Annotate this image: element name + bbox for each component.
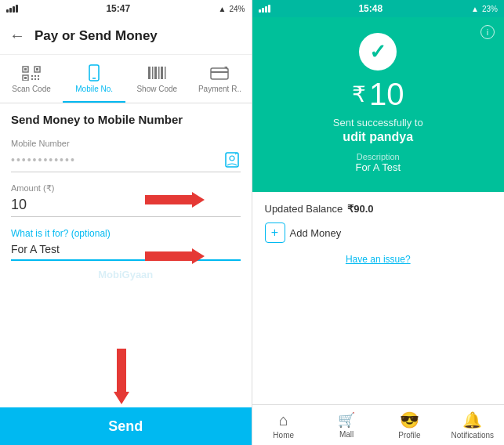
arrow-send — [114, 349, 129, 404]
wifi-icon: ▲ — [219, 5, 227, 13]
mobile-input[interactable] — [11, 154, 223, 166]
scan-icon — [21, 65, 42, 81]
tab-show[interactable]: Show Code — [125, 55, 188, 103]
svg-rect-1 — [24, 68, 27, 71]
tabs-row: Scan Code Mobile No. — [0, 55, 252, 103]
home-nav-label: Home — [273, 431, 294, 440]
home-nav-icon: ⌂ — [279, 411, 288, 429]
svg-rect-17 — [158, 67, 160, 79]
profile-nav-label: Profile — [398, 431, 420, 440]
battery-right: 23% — [482, 5, 498, 13]
time-right: 15:48 — [358, 3, 383, 14]
notifications-nav-icon: 🔔 — [462, 411, 482, 429]
mall-nav-icon: 🛒 — [338, 411, 355, 429]
contact-icon[interactable] — [223, 151, 241, 168]
left-panel: 15:47 ▲ 24% ← Pay or Send Money — [0, 0, 252, 445]
amount-field-row: 10 — [11, 197, 241, 217]
nav-home[interactable]: ⌂ Home — [252, 405, 315, 445]
notifications-nav-label: Notifications — [451, 431, 494, 440]
desc-value: For A Test — [355, 161, 401, 173]
bottom-nav: ⌂ Home 🛒 Mall 😎 Profile 🔔 Notifications — [252, 404, 505, 445]
scan-tab-icon — [21, 64, 42, 81]
desc-label: Description — [355, 152, 401, 161]
right-panel: 15:48 ▲ 23% i ✓ ₹ 10 Sent successfully t… — [252, 0, 505, 445]
check-circle: ✓ — [359, 33, 397, 71]
section-title: Send Money to Mobile Number — [11, 113, 241, 126]
send-button[interactable]: Send — [0, 407, 252, 445]
tab-payment-label: Payment R.. — [198, 85, 241, 94]
sent-to-text: Sent successfully to — [333, 117, 423, 128]
nav-profile[interactable]: 😎 Profile — [378, 405, 441, 445]
nav-mall[interactable]: 🛒 Mall — [315, 405, 378, 445]
profile-nav-icon: 😎 — [400, 411, 419, 429]
bottom-content: Updated Balance ₹90.0 + Add Money Have a… — [252, 192, 505, 404]
time-left: 15:47 — [106, 3, 130, 14]
tab-scan[interactable]: Scan Code — [0, 55, 63, 103]
issue-link[interactable]: Have an issue? — [265, 254, 492, 265]
content-area: Send Money to Mobile Number Mobile Numbe… — [0, 103, 252, 445]
amount-label: Amount (₹) — [11, 183, 241, 194]
add-money-row[interactable]: + Add Money — [265, 222, 492, 243]
mall-nav-label: Mall — [339, 430, 354, 439]
svg-rect-9 — [31, 78, 33, 80]
sent-amount: 10 — [369, 77, 404, 112]
svg-rect-7 — [34, 75, 36, 77]
svg-rect-6 — [31, 75, 33, 77]
recipient-name: udit pandya — [343, 130, 413, 144]
svg-point-23 — [230, 156, 234, 161]
svg-rect-11 — [38, 78, 39, 80]
amount-input[interactable]: 10 — [11, 197, 241, 213]
tab-mobile-label: Mobile No. — [75, 85, 113, 94]
amount-field-group: Amount (₹) 10 — [11, 183, 241, 217]
optional-field-group: What is it for? (optional) For A Test — [11, 228, 241, 261]
desc-section: Description For A Test — [355, 152, 401, 173]
svg-rect-5 — [24, 77, 27, 79]
balance-value: ₹90.0 — [347, 203, 373, 215]
status-icons-left: ▲ 24% — [219, 5, 245, 13]
success-section: i ✓ ₹ 10 Sent successfully to udit pandy… — [252, 17, 505, 192]
balance-label: Updated Balance — [265, 203, 343, 215]
amount-display: ₹ 10 — [352, 77, 404, 112]
back-button[interactable]: ← — [9, 27, 25, 45]
mobile-label: Mobile Number — [11, 139, 241, 148]
svg-rect-8 — [38, 75, 39, 77]
rupee-symbol: ₹ — [352, 81, 366, 107]
optional-field-row: For A Test — [11, 242, 241, 261]
balance-row: Updated Balance ₹90.0 — [265, 203, 492, 215]
mobile-tab-icon — [84, 64, 104, 81]
show-tab-icon — [147, 64, 167, 81]
tab-payment[interactable]: Payment R.. — [188, 55, 251, 103]
status-bar-right: 15:48 ▲ 23% — [252, 0, 505, 17]
mobile-icon — [88, 64, 100, 81]
info-icon[interactable]: i — [480, 25, 495, 39]
svg-rect-20 — [211, 68, 228, 79]
payment-icon — [210, 65, 229, 81]
svg-rect-19 — [165, 67, 166, 79]
barcode-icon — [147, 65, 167, 81]
arrow-amount — [145, 248, 205, 264]
wifi-right-icon: ▲ — [471, 5, 479, 13]
nav-notifications[interactable]: 🔔 Notifications — [441, 405, 504, 445]
optional-input[interactable]: For A Test — [11, 243, 241, 255]
svg-rect-15 — [152, 67, 154, 79]
battery-left: 24% — [229, 5, 245, 13]
status-icons-right: ▲ 23% — [471, 5, 498, 13]
tab-show-label: Show Code — [136, 85, 177, 94]
mobile-field-group: Mobile Number — [11, 139, 241, 172]
add-money-label: Add Money — [290, 227, 342, 239]
payment-tab-icon — [209, 64, 230, 81]
watermark: MobiGyaan — [98, 269, 153, 280]
page-title: Pay or Send Money — [34, 28, 158, 44]
arrow-mobile — [145, 192, 205, 208]
svg-rect-14 — [148, 67, 150, 79]
check-icon: ✓ — [369, 40, 386, 64]
tab-mobile[interactable]: Mobile No. — [63, 55, 125, 103]
svg-rect-16 — [154, 67, 157, 79]
optional-label: What is it for? (optional) — [11, 228, 241, 239]
svg-rect-3 — [36, 68, 38, 71]
signal-right — [259, 5, 270, 13]
svg-rect-18 — [161, 67, 163, 79]
add-money-icon: + — [265, 222, 285, 243]
signal-icon — [6, 5, 18, 13]
tab-scan-label: Scan Code — [12, 85, 50, 94]
